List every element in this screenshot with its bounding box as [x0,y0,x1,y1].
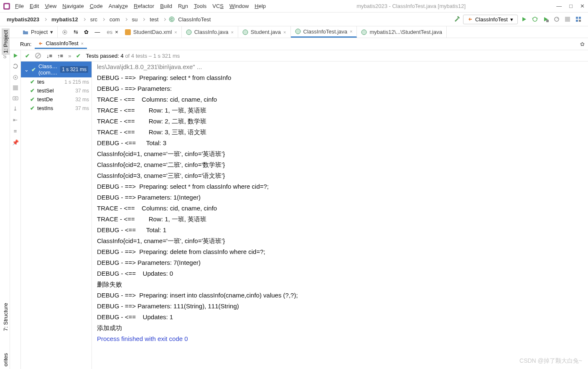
close-icon[interactable]: × [231,30,233,35]
menu-run[interactable]: Run [178,3,188,9]
sort-up-icon[interactable]: ↑≡ [57,53,63,59]
export-icon[interactable]: ⤓ [13,105,18,112]
crumb-2[interactable]: src [89,15,99,23]
menu-refactor[interactable]: Refactor [134,3,154,9]
chevron-down-icon: ⌄ [24,67,29,73]
close-icon[interactable]: × [350,29,352,34]
console-line: DEBUG - ==> Preparing: select * from cla… [97,181,583,192]
hammer-icon[interactable] [452,15,461,24]
gutter-project[interactable]: 1: Project [2,28,10,55]
tab-classinfotest[interactable]: ClassInfoTest.java × [291,26,357,38]
coverage-button[interactable] [541,15,550,24]
run-toolwindow-header: Run: ClassInfoTest × ✿ [0,38,588,50]
console-line: TRACE - <== Columns: cid, cname, cinfo [97,94,583,105]
tree-item[interactable]: ✔testDe32 ms [21,95,92,104]
svg-point-17 [64,31,66,33]
tree-item[interactable]: ✔tes1 s 215 ms [21,77,92,86]
svg-text:C: C [171,17,173,21]
run-config-select[interactable]: ClassInfoTest ▾ [463,15,518,24]
expand-all-icon[interactable]: ⇆ [74,29,78,35]
debug-button[interactable] [530,15,540,24]
hide-icon[interactable]: — [94,29,100,35]
svg-point-22 [361,30,367,35]
check-icon: ✔ [30,96,35,102]
check-icon: ✔ [76,53,81,59]
class-icon [361,29,367,35]
toggle-auto-icon[interactable] [13,74,18,80]
tab-classinfo[interactable]: ClassInfo.java × [182,26,238,38]
maximize-button[interactable]: □ [569,3,573,9]
menu-file[interactable]: File [15,3,24,9]
check-icon[interactable]: ✔ [25,53,30,59]
tree-item[interactable]: ✔testIns37 ms [21,104,92,113]
tree-item[interactable]: ✔testSel37 ms [21,86,92,95]
menu-navigate[interactable]: Navigate [62,3,84,9]
tests-duration: 1 s 321 ms [153,53,180,59]
crumb-5[interactable]: test [148,15,160,23]
rerun-failed-icon[interactable] [13,64,18,69]
class-icon [242,29,248,35]
tree-root[interactable]: ⌄ ✔ ClassInfoTest (com.su.test) 1 s 321 … [21,62,92,77]
console-line: TRACE - <== Row: 2, 二班, 数学班 [97,116,583,127]
crumb-1[interactable]: mybatis12 [50,15,80,23]
menu-analyze[interactable]: Analyze [109,3,128,9]
tab-label: Student.java [251,29,281,35]
rerun-icon[interactable] [13,53,18,59]
crumb-4[interactable]: su [130,15,140,23]
crumb-0[interactable]: mybatis2023 [5,15,41,23]
menu-edit[interactable]: Edit [30,3,39,9]
gutter-favorites[interactable]: orites [2,351,10,368]
run-tab[interactable]: ClassInfoTest × [35,39,87,49]
tab-student[interactable]: Student.java × [238,26,291,38]
gear-icon[interactable]: ✿ [580,41,585,47]
profiler-button[interactable] [552,15,561,24]
close-icon[interactable]: × [174,30,177,35]
gutter-structure[interactable]: 7: Structure [2,301,10,333]
close-icon[interactable]: × [283,30,286,35]
tab-studenttest[interactable]: mybatis12\...\StudentTest.java [357,26,446,38]
console-line: DEBUG - ==> Parameters: 7(Integer) [97,257,583,268]
console-line: 添加成功 [97,323,583,333]
close-icon[interactable]: × [115,29,121,35]
run-button[interactable] [519,15,529,24]
console-line: Process finished with exit code 0 [97,333,583,344]
import-icon[interactable]: ⇤ [13,117,18,123]
console-line: ClassInfo{cid=3, cname='三班', cinfo='语文班'… [97,170,583,181]
search-everywhere-icon[interactable] [574,15,583,24]
minimize-button[interactable]: — [556,3,562,9]
menu-code[interactable]: Code [90,3,103,9]
close-button[interactable]: ✕ [580,3,585,9]
sort-down-icon[interactable]: ↓≡ [46,53,52,59]
menu-vcs[interactable]: VCS [212,3,224,9]
expand-arrows[interactable]: » [68,53,71,59]
run-side-toolbar: ⤓ ⇤ ≡ 📌 [10,50,21,369]
stop-icon[interactable] [13,85,18,90]
run-config-label: ClassInfoTest [475,16,508,23]
menu-tools[interactable]: Tools [194,3,206,9]
gear-icon[interactable]: ✿ [84,29,89,35]
crumb-3[interactable]: com [108,15,122,23]
pin-icon[interactable]: 📌 [12,139,19,146]
history-icon[interactable]: ≡ [14,128,17,134]
disable-icon[interactable] [35,52,41,59]
tests-of: of 4 tests [124,53,147,59]
stop-button[interactable] [563,15,572,24]
console-line: DEBUG - <== Total: 1 [97,225,583,236]
menu-window[interactable]: Window [229,3,249,9]
xml-icon [125,29,131,35]
crumb-6[interactable]: ClassInfoTest [176,15,212,23]
close-icon[interactable]: × [81,41,84,46]
svg-rect-18 [125,29,131,35]
svg-rect-9 [546,20,549,22]
svg-point-19 [186,30,191,35]
select-open-file-icon[interactable] [62,29,68,35]
tab-studentdao[interactable]: StudentDao.xml × [121,26,182,38]
menu-build[interactable]: Build [160,3,172,9]
tree-item-duration: 37 ms [75,105,89,111]
menu-view[interactable]: View [45,3,56,9]
console-output[interactable]: les\Java\jdk1.8.0_231\bin\java.exe" ... … [92,62,588,369]
camera-icon[interactable] [13,95,18,100]
menu-help[interactable]: Help [255,3,266,9]
tree-item-duration: 32 ms [75,97,89,102]
tree-item-label: testSel [37,87,73,94]
